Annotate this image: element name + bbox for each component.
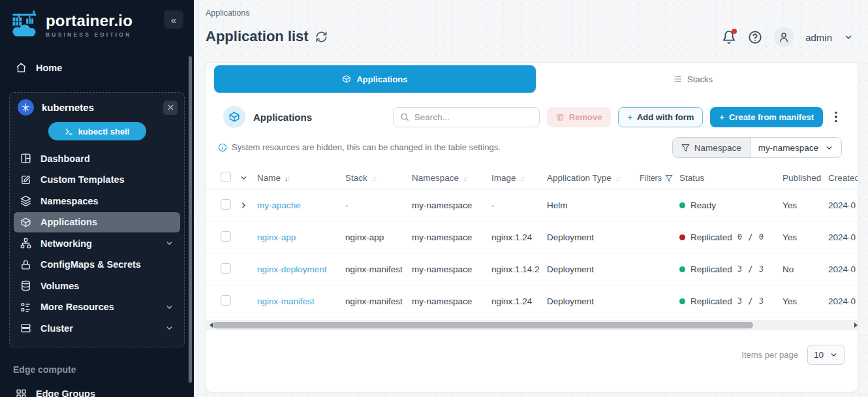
application-link[interactable]: nginx-manifest	[257, 296, 315, 306]
sidebar-item-more-resources[interactable]: More Resources	[14, 297, 180, 318]
created-cell: 2024-0	[828, 296, 858, 306]
status-cell: Replicated 0 / 0	[679, 232, 783, 242]
portainer-logo[interactable]: portainer.io BUSINESS EDITION	[9, 7, 185, 39]
search-box	[393, 107, 540, 127]
table-settings-kebab-button[interactable]	[831, 108, 841, 125]
sidebar-item-cluster[interactable]: Cluster	[14, 318, 180, 339]
scroll-right-arrow[interactable]	[848, 320, 858, 330]
column-header-stack[interactable]: Stack ↓↑	[345, 173, 412, 183]
published-cell: Yes	[783, 296, 828, 306]
row-checkbox[interactable]	[221, 263, 231, 274]
status-cell: Ready	[679, 200, 783, 210]
created-cell: 2024-0	[828, 232, 858, 242]
sidebar-item-edge-groups[interactable]: Edge Groups	[9, 384, 185, 397]
image-cell: nginx:1.24	[491, 296, 547, 306]
user-avatar[interactable]	[774, 27, 794, 47]
breadcrumb[interactable]: Applications	[206, 8, 249, 18]
status-cell: Replicated 3 / 3	[679, 296, 783, 306]
tab-applications[interactable]: Applications	[214, 65, 536, 93]
column-header-created[interactable]: Created	[828, 173, 858, 183]
close-icon	[167, 104, 174, 111]
sidebar-item-networking[interactable]: Networking	[14, 233, 180, 254]
sidebar-item-home[interactable]: Home	[9, 57, 185, 78]
column-header-image[interactable]: Image ↓↑	[491, 173, 547, 183]
column-header-namespace[interactable]: Namespace ↓↑	[412, 173, 491, 183]
items-per-page-select[interactable]: 10	[807, 345, 845, 365]
namespace-select-value: my-namespace	[758, 143, 818, 153]
expand-row-button[interactable]	[240, 201, 257, 210]
sidebar-item-label: Volumes	[40, 281, 79, 291]
search-icon	[400, 112, 409, 121]
replica-count: 3 / 3	[737, 296, 764, 306]
table-row: nginx-manifest nginx-manifest my-namespa…	[206, 285, 858, 317]
box-icon	[20, 217, 31, 228]
topbar: Applications Application list admin	[206, 0, 858, 62]
notifications-bell-button[interactable]	[722, 30, 736, 44]
sidebar-item-applications[interactable]: Applications	[14, 212, 180, 233]
published-cell: Yes	[783, 232, 828, 242]
sidebar-item-label: Networking	[40, 238, 92, 249]
image-cell: nginx:1.24	[491, 232, 547, 242]
sort-icons: ↓↑	[519, 174, 525, 182]
environment-close-button[interactable]	[163, 101, 178, 115]
chevron-right-icon	[240, 201, 248, 210]
chevron-down-icon	[825, 144, 833, 152]
kubectl-shell-button[interactable]: kubectl shell	[48, 122, 146, 140]
help-button[interactable]	[748, 30, 762, 44]
sidebar-item-configmaps-secrets[interactable]: ConfigMaps & Secrets	[14, 255, 180, 276]
namespace-select[interactable]: my-namespace	[751, 138, 841, 157]
chevron-down-icon	[165, 324, 174, 332]
filters-button[interactable]: Filters	[640, 174, 679, 183]
replica-count: 0 / 0	[737, 232, 764, 242]
expand-all-button[interactable]	[240, 174, 257, 182]
filter-funnel-icon	[681, 144, 690, 152]
main-content: Applications Application list admin	[194, 0, 868, 397]
column-header-published[interactable]: Published	[783, 173, 828, 183]
application-link[interactable]: nginx-deployment	[257, 264, 327, 274]
tab-stacks[interactable]: Stacks	[536, 65, 850, 93]
horizontal-scrollbar-thumb[interactable]	[213, 322, 753, 328]
create-from-manifest-button[interactable]: + Create from manifest	[710, 107, 823, 127]
table-row: my-apache - my-namespace - Helm Ready Ye…	[206, 189, 858, 221]
sidebar-item-label: Dashboard	[40, 153, 90, 164]
sidebar-item-namespaces[interactable]: Namespaces	[14, 191, 180, 212]
namespace-filter-label[interactable]: Namespace	[673, 138, 751, 157]
environment-name[interactable]: kubernetes	[42, 102, 94, 113]
user-menu[interactable]: admin	[805, 32, 832, 43]
chevron-down-icon	[165, 303, 174, 311]
row-checkbox[interactable]	[221, 199, 231, 210]
system-resources-note: System resources are hidden, this can be…	[218, 142, 501, 152]
row-checkbox[interactable]	[221, 295, 231, 306]
box-icon	[342, 74, 351, 84]
image-cell: -	[491, 200, 547, 210]
column-header-application-type[interactable]: Application Type ↓↑ Filters	[547, 173, 679, 183]
refresh-icon[interactable]	[315, 31, 328, 43]
server-icon	[20, 323, 31, 334]
chevron-down-icon[interactable]	[844, 33, 853, 42]
sidebar-scrollbar[interactable]	[189, 56, 192, 383]
user-icon	[778, 31, 790, 43]
column-header-name[interactable]: Name ↓↑	[257, 173, 345, 183]
application-link[interactable]: my-apache	[257, 200, 301, 210]
application-link[interactable]: nginx-app	[257, 232, 296, 242]
sidebar-item-label: Cluster	[40, 323, 73, 334]
published-cell: Yes	[783, 200, 828, 210]
search-input[interactable]	[414, 112, 533, 122]
add-with-form-button[interactable]: + Add with form	[618, 107, 703, 127]
column-header-status[interactable]: Status	[679, 173, 783, 183]
sidebar-collapse-button[interactable]: «	[164, 10, 183, 29]
remove-button[interactable]: Remove	[547, 107, 612, 127]
status-dot	[679, 298, 685, 304]
items-per-page-value: 10	[814, 350, 824, 360]
chevron-down-icon	[829, 351, 838, 359]
sidebar-item-label: ConfigMaps & Secrets	[40, 259, 141, 270]
plus-icon: +	[627, 112, 632, 122]
select-all-checkbox[interactable]	[221, 172, 231, 182]
edit-icon	[20, 174, 31, 185]
sidebar-item-custom-templates[interactable]: Custom Templates	[14, 170, 180, 191]
sidebar-item-label: More Resources	[40, 302, 114, 312]
sidebar-item-volumes[interactable]: Volumes	[14, 276, 180, 296]
sidebar-item-dashboard[interactable]: Dashboard	[14, 148, 180, 169]
status-dot	[679, 266, 685, 272]
row-checkbox[interactable]	[221, 231, 231, 242]
